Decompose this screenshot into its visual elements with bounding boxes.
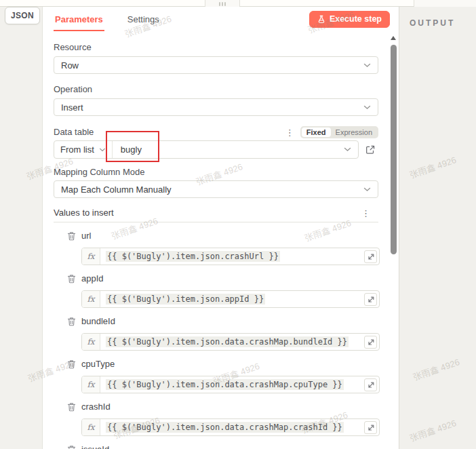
resource-value: Row: [61, 60, 79, 71]
mapping-mode-value: Map Each Column Manually: [61, 184, 172, 195]
fx-prefix: fx: [82, 419, 100, 435]
tab-parameters[interactable]: Parameters: [54, 7, 121, 31]
output-panel-title: OUTPUT: [410, 18, 476, 28]
open-expression-editor-icon[interactable]: [364, 421, 377, 434]
column-name: bundleId: [81, 316, 115, 327]
value-field-issueId: issueId fx: [67, 444, 378, 449]
data-table-label: Data table: [54, 127, 94, 138]
column-name: url: [81, 231, 91, 241]
fixed-expression-toggle[interactable]: Fixed Expression: [300, 126, 378, 138]
input-panel-rail: [0, 7, 42, 449]
ndv-header: Parameters Settings Execute step: [43, 7, 399, 31]
resource-label: Resource: [54, 42, 378, 53]
scrollbar-up-arrow[interactable]: [391, 36, 396, 40]
values-options-menu-icon[interactable]: ⋮: [361, 209, 370, 218]
operation-value: Insert: [61, 102, 83, 113]
trash-icon[interactable]: [67, 231, 76, 241]
chevron-down-icon: [363, 63, 371, 68]
mapping-mode-select[interactable]: Map Each Column Manually: [54, 180, 378, 198]
open-expression-editor-icon[interactable]: [364, 378, 377, 391]
expression-value: {{ $('Bugly').item.json.data.crashMap.cr…: [106, 422, 344, 433]
input-panel-bottom-edge: [0, 0, 205, 7]
values-to-insert-label: Values to insert: [54, 208, 114, 218]
data-table-resource-locator[interactable]: From list bugly: [54, 140, 359, 159]
value-field-bundleId: bundleId fx {{ $('Bugly').item.json.data…: [67, 316, 378, 351]
fx-prefix: fx: [82, 334, 100, 350]
chevron-down-icon: [99, 148, 106, 152]
value-field-cpuType: cpuType fx {{ $('Bugly').item.json.data.…: [67, 359, 378, 393]
value-field-crashId: crashId fx {{ $('Bugly').item.json.data.…: [67, 402, 378, 436]
fx-prefix: fx: [82, 248, 100, 265]
data-table-mode-value: From list: [60, 144, 94, 155]
column-name: crashId: [81, 402, 111, 412]
value-field-appId: appId fx {{ $('Bugly').item.json.appId }…: [67, 273, 378, 308]
fx-prefix: fx: [82, 376, 100, 393]
open-expression-editor-icon[interactable]: [364, 293, 377, 306]
tab-settings[interactable]: Settings: [121, 7, 166, 31]
column-name: issueId: [81, 444, 109, 449]
flask-icon: [317, 15, 325, 24]
toggle-expression[interactable]: Expression: [331, 128, 377, 137]
expression-value: {{ $('Bugly').item.json.appId }}: [106, 294, 265, 305]
fx-prefix: fx: [82, 291, 100, 307]
output-panel: OUTPUT: [399, 7, 476, 449]
execute-step-button[interactable]: Execute step: [309, 11, 390, 28]
toggle-fixed[interactable]: Fixed: [302, 128, 331, 137]
column-name: cpuType: [81, 359, 115, 370]
trash-icon[interactable]: [67, 317, 76, 326]
data-table-options-menu-icon[interactable]: ⋮: [285, 128, 294, 137]
expression-value: {{ $('Bugly').item.json.crashUrl }}: [106, 251, 280, 262]
divider: [54, 222, 378, 222]
scrollbar-thumb[interactable]: [391, 45, 397, 254]
trash-icon[interactable]: [67, 402, 76, 412]
data-table-value: bugly: [113, 144, 150, 155]
column-name: appId: [81, 273, 104, 284]
operation-label: Operation: [54, 84, 378, 95]
chevron-down-icon: [344, 147, 358, 152]
trash-icon[interactable]: [67, 445, 76, 449]
trash-icon[interactable]: [67, 359, 76, 369]
open-expression-editor-icon[interactable]: [364, 250, 377, 263]
value-field-url: url fx {{ $('Bugly').item.json.crashUrl …: [67, 231, 378, 265]
open-expression-editor-icon[interactable]: [364, 336, 377, 349]
mapping-mode-label: Mapping Column Mode: [54, 167, 378, 178]
resource-select[interactable]: Row: [54, 56, 378, 74]
expression-input[interactable]: fx {{ $('Bugly').item.json.appId }}: [81, 290, 380, 308]
json-view-button[interactable]: JSON: [5, 7, 40, 24]
open-table-external-link-icon[interactable]: [365, 144, 376, 155]
execute-step-label: Execute step: [330, 14, 382, 24]
expression-input[interactable]: fx {{ $('Bugly').item.json.data.crashMap…: [81, 376, 380, 393]
expression-value: {{ $('Bugly').item.json.data.crashMap.bu…: [106, 336, 349, 347]
data-table-mode-select[interactable]: From list: [54, 141, 113, 158]
node-panel-bottom-edge: [239, 0, 414, 7]
operation-select[interactable]: Insert: [54, 98, 378, 116]
expression-value: {{ $('Bugly').item.json.data.crashMap.cp…: [106, 379, 344, 390]
expression-input[interactable]: fx {{ $('Bugly').item.json.data.crashMap…: [81, 333, 380, 351]
expression-input[interactable]: fx {{ $('Bugly').item.json.data.crashMap…: [81, 418, 380, 436]
expression-input[interactable]: fx {{ $('Bugly').item.json.crashUrl }}: [81, 248, 380, 265]
chevron-down-icon: [363, 105, 371, 110]
node-settings-panel: Parameters Settings Execute step Resourc…: [42, 7, 399, 449]
chevron-down-icon: [363, 187, 371, 192]
panel-drag-grip[interactable]: [217, 1, 228, 6]
trash-icon[interactable]: [67, 274, 76, 284]
parameters-form: Resource Row Operation Insert Data table…: [43, 31, 399, 449]
